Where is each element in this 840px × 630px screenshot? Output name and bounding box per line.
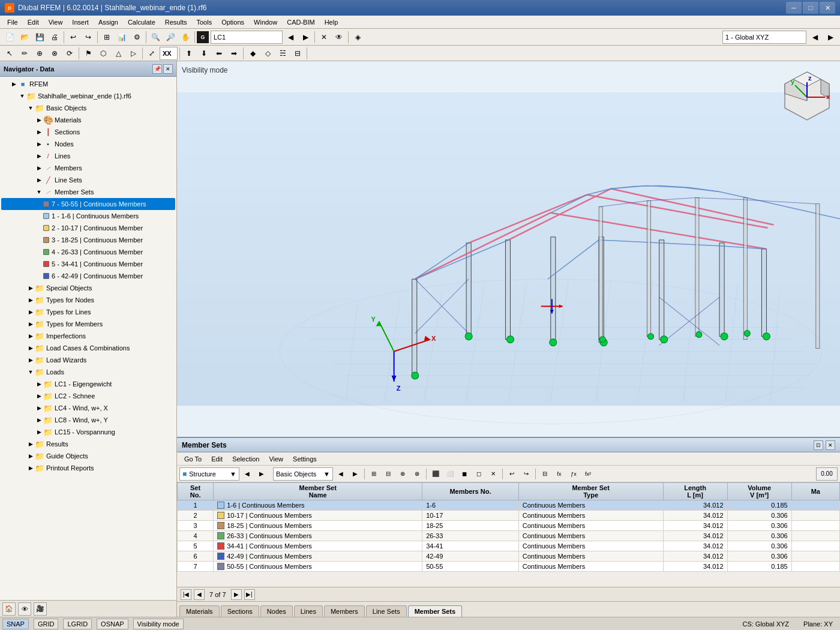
panel-tb2[interactable]: ⬜ xyxy=(443,467,457,481)
tree-sections[interactable]: ▶ ┃ Sections xyxy=(1,126,175,138)
panel-prev2-btn[interactable]: ◀ xyxy=(334,467,347,481)
menu-edit[interactable]: Edit xyxy=(23,16,44,28)
structure-dropdown[interactable]: ■ Structure ▼ xyxy=(179,467,239,481)
panel-menu-goto[interactable]: Go To xyxy=(179,454,206,464)
tool-r1[interactable]: ↖ xyxy=(2,46,17,61)
tab-line-sets[interactable]: Line Sets xyxy=(366,605,407,617)
menu-view[interactable]: View xyxy=(44,16,68,28)
members-toggle[interactable]: ▶ xyxy=(35,164,43,172)
tree-materials[interactable]: ▶ 🎨 Materials xyxy=(1,114,175,126)
tree-lc15[interactable]: ▶ 📁 LC15 - Vorspannung xyxy=(1,426,175,438)
undo-button[interactable]: ↩ xyxy=(66,30,80,44)
cs-next[interactable]: ▶ xyxy=(823,30,838,44)
lc-next[interactable]: ▶ xyxy=(298,30,313,44)
nav-next-btn[interactable]: ▶ xyxy=(231,589,242,600)
lc8-toggle[interactable]: ▶ xyxy=(35,416,43,424)
tree-nodes[interactable]: ▶ • Nodes xyxy=(1,138,175,150)
tool-r8[interactable]: △ xyxy=(111,46,125,61)
menu-insert[interactable]: Insert xyxy=(67,16,94,28)
tool-r12[interactable]: ⬇ xyxy=(197,46,211,61)
panel-menu-selection[interactable]: Selection xyxy=(227,454,264,464)
lines-toggle[interactable]: ▶ xyxy=(35,152,43,160)
tree-types-nodes[interactable]: ▶ 📁 Types for Nodes xyxy=(1,294,175,306)
tool-r16[interactable]: ◇ xyxy=(260,46,275,61)
tree-lc2[interactable]: ▶ 📁 LC2 - Schnee xyxy=(1,390,175,402)
lc-prev[interactable]: ◀ xyxy=(283,30,298,44)
table-row[interactable]: 3 18-25 | Continuous Members 18-25 Conti… xyxy=(178,521,840,531)
materials-toggle[interactable]: ▶ xyxy=(35,116,43,124)
tool-r4[interactable]: ⊗ xyxy=(47,46,62,61)
types-lines-toggle[interactable]: ▶ xyxy=(26,308,35,316)
panel-formula3-btn[interactable]: fx² xyxy=(581,467,595,481)
tool-r15[interactable]: ◆ xyxy=(245,46,260,61)
tree-lc4[interactable]: ▶ 📁 LC4 - Wind, w+, X xyxy=(1,402,175,414)
special-objects-toggle[interactable]: ▶ xyxy=(26,284,35,292)
tree-imperfections[interactable]: ▶ 📁 Imperfections xyxy=(1,330,175,342)
table-row[interactable]: 2 10-17 | Continuous Members 10-17 Conti… xyxy=(178,511,840,521)
tool-r7[interactable]: ⬡ xyxy=(96,46,110,61)
menu-assign[interactable]: Assign xyxy=(94,16,123,28)
zoom-in-button[interactable]: 🔍 xyxy=(148,30,163,44)
panel-next2-btn[interactable]: ▶ xyxy=(349,467,362,481)
visibility-button[interactable]: 👁 xyxy=(332,30,346,44)
tree-rfem[interactable]: ▶ ■ RFEM xyxy=(1,78,175,90)
maximize-button[interactable]: □ xyxy=(803,2,818,14)
menu-options[interactable]: Options xyxy=(217,16,249,28)
nav-close-button[interactable]: ✕ xyxy=(163,64,173,74)
member-sets-toggle[interactable]: ▼ xyxy=(35,188,43,196)
tree-member-sets[interactable]: ▼ ⟋ Member Sets xyxy=(1,186,175,198)
status-grid[interactable]: GRID xyxy=(34,619,59,629)
tree-project[interactable]: ▼ 📁 Stahlhalle_webinar_ende (1).rf6 xyxy=(1,90,175,102)
tool-r11[interactable]: ⬆ xyxy=(182,46,196,61)
status-visibility[interactable]: Visibility mode xyxy=(133,619,184,629)
sections-toggle[interactable]: ▶ xyxy=(35,128,43,136)
tree-member-set-3[interactable]: 3 - 18-25 | Continuous Member xyxy=(1,234,175,246)
table-row[interactable]: 6 42-49 | Continuous Members 42-49 Conti… xyxy=(178,551,840,562)
tool-r17[interactable]: ☵ xyxy=(275,46,290,61)
graph-button[interactable]: 📊 xyxy=(115,30,129,44)
panel-menu-settings[interactable]: Settings xyxy=(288,454,322,464)
tool-r3[interactable]: ⊕ xyxy=(32,46,47,61)
basic-objects-toggle[interactable]: ▼ xyxy=(26,104,35,112)
tree-types-lines[interactable]: ▶ 📁 Types for Lines xyxy=(1,306,175,318)
calc-button[interactable]: ⚙ xyxy=(130,30,144,44)
tree-member-set-7[interactable]: 7 - 50-55 | Continuous Members xyxy=(1,198,175,210)
panel-delete-btn[interactable]: ⊗ xyxy=(410,467,424,481)
tree-lc1[interactable]: ▶ 📁 LC1 - Eigengewicht xyxy=(1,378,175,390)
load-wizards-toggle[interactable]: ▶ xyxy=(26,356,35,364)
tool-r6[interactable]: ⚑ xyxy=(81,46,95,61)
status-lgrid[interactable]: LGRID xyxy=(63,619,92,629)
types-nodes-toggle[interactable]: ▶ xyxy=(26,296,35,304)
tree-load-cases[interactable]: ▶ 📁 Load Cases & Combinations xyxy=(1,342,175,354)
line-sets-toggle[interactable]: ▶ xyxy=(35,176,43,184)
nav-first-btn[interactable]: |◀ xyxy=(181,589,191,600)
tree-special-objects[interactable]: ▶ 📁 Special Objects xyxy=(1,282,175,294)
panel-tb8[interactable]: ⊟ xyxy=(538,467,551,481)
open-button[interactable]: 📂 xyxy=(17,30,32,44)
tree-lc8[interactable]: ▶ 📁 LC8 - Wind, w+, Y xyxy=(1,414,175,426)
lc-dropdown[interactable]: LC1 xyxy=(211,31,283,44)
tool-r9[interactable]: ▷ xyxy=(126,46,140,61)
table-button[interactable]: ⊞ xyxy=(100,30,114,44)
panel-tb4[interactable]: ◻ xyxy=(472,467,485,481)
close-button[interactable]: ✕ xyxy=(820,2,835,14)
menu-window[interactable]: Window xyxy=(249,16,282,28)
panel-close-button[interactable]: ✕ xyxy=(826,440,835,450)
lc2-toggle[interactable]: ▶ xyxy=(35,392,43,400)
printout-toggle[interactable]: ▶ xyxy=(26,464,35,472)
tool-r18[interactable]: ⊟ xyxy=(290,46,305,61)
table-row[interactable]: 7 50-55 | Continuous Members 50-55 Conti… xyxy=(178,562,840,572)
load-cases-toggle[interactable]: ▶ xyxy=(26,344,35,352)
zoom-out-button[interactable]: 🔎 xyxy=(163,30,178,44)
panel-formula2-btn[interactable]: ƒx xyxy=(567,467,580,481)
nav-prev-btn[interactable]: ◀ xyxy=(194,589,205,600)
panel-filter-btn[interactable]: ⊞ xyxy=(367,467,380,481)
imperfections-toggle[interactable]: ▶ xyxy=(26,332,35,340)
tool-r10[interactable]: ⤢ xyxy=(145,46,159,61)
save-button[interactable]: 💾 xyxy=(32,30,47,44)
render-button[interactable]: ◈ xyxy=(350,30,365,44)
lc15-toggle[interactable]: ▶ xyxy=(35,428,43,436)
panel-menu-edit[interactable]: Edit xyxy=(206,454,227,464)
menu-help[interactable]: Help xyxy=(320,16,343,28)
panel-float-button[interactable]: ⊡ xyxy=(814,440,823,450)
